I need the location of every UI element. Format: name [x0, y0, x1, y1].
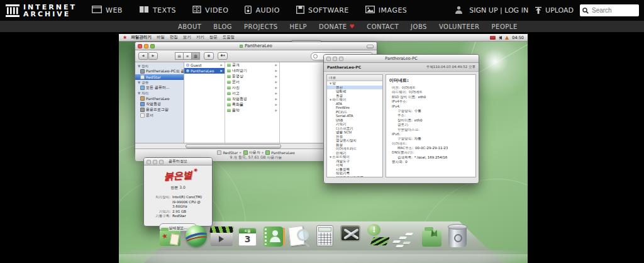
dock-icon-trash[interactable]	[447, 224, 469, 248]
toolbar-toggle-button[interactable]	[367, 45, 374, 48]
breadcrumb-label: RedStar	[223, 150, 238, 155]
column2-item[interactable]: 서고▶	[225, 91, 279, 96]
column2-item[interactable]: 사진▶	[225, 85, 279, 91]
input-language-icon[interactable]	[490, 36, 496, 40]
nav-item-web[interactable]: WEB	[92, 6, 123, 15]
dock-icon-calendar[interactable]: 4월3	[236, 224, 259, 248]
close-button[interactable]	[326, 57, 331, 61]
update-arrow-icon[interactable]	[505, 36, 509, 40]
minimize-button[interactable]	[144, 44, 148, 48]
subnav-link-jobs[interactable]: JOBS	[411, 23, 427, 30]
forward-button[interactable]: ▶	[148, 52, 158, 60]
zoom-button[interactable]	[150, 44, 155, 48]
dock-icon-utility-box[interactable]	[421, 224, 443, 248]
column2-item[interactable]: 록화물▶	[225, 102, 279, 108]
redstar-menu-icon[interactable]: ★	[123, 35, 127, 40]
detail-row: 장비이름:eth0	[389, 118, 472, 123]
view-mode-icons[interactable]: ▤	[175, 52, 184, 60]
menubar-clock[interactable]: 04:50	[512, 35, 524, 40]
dock-icon-web-browser[interactable]	[185, 224, 208, 248]
dock-reflection	[119, 254, 528, 263]
system-info-titlebar[interactable]: PantheraLeo-PC	[324, 55, 479, 63]
dock-icon-notifier[interactable]	[365, 224, 388, 248]
minimize-button[interactable]	[153, 160, 157, 164]
dock-icon-document-viewer[interactable]	[288, 224, 311, 248]
menu-2[interactable]: 편집	[170, 35, 178, 40]
column2-item[interactable]: 음악▶	[225, 108, 279, 113]
column1-item[interactable]: Guest▶	[184, 62, 225, 68]
column2-item[interactable]: 동영상▶	[225, 74, 279, 79]
subnav-link-volunteer[interactable]: VOLUNTEER	[439, 23, 480, 30]
close-button[interactable]	[147, 160, 151, 164]
search-input[interactable]	[591, 6, 631, 14]
nav-item-label: IMAGES	[379, 6, 408, 14]
view-mode-columns[interactable]: ▥	[191, 52, 200, 60]
signup-login-link[interactable]: SIGN UP | LOG IN	[469, 6, 528, 14]
nav-item-audio[interactable]: AUDIO	[245, 6, 279, 16]
zoom-button[interactable]	[339, 57, 343, 61]
column1-item[interactable]: PantheraLeo▶	[184, 68, 225, 74]
dock-icon-calculator[interactable]	[314, 224, 336, 248]
zoom-button[interactable]	[159, 160, 164, 164]
detail-row: MAC주소:00-0C-29-29-11-23	[389, 146, 472, 150]
spec-label: 기억기:	[144, 210, 172, 215]
dock-icon-media-player[interactable]	[211, 224, 233, 248]
upload-link[interactable]: UPLOAD	[535, 6, 574, 14]
menu-5[interactable]: 창문	[209, 35, 218, 40]
menu-0[interactable]: 파일관리기	[131, 35, 152, 40]
subnav-link-donate[interactable]: DONATE♥	[319, 23, 355, 30]
breadcrumb-item[interactable]: PantheraLeo	[265, 150, 294, 155]
dock-icon-file-manager[interactable]: ★	[159, 224, 182, 248]
os-version-label: 판본 3.0	[144, 185, 212, 191]
dock-icon-address-book[interactable]	[262, 224, 285, 248]
action-menu-button[interactable]: ✱▾	[218, 52, 228, 60]
volume-icon[interactable]	[499, 36, 502, 40]
file-manager-titlebar[interactable]: PantheraLeo	[135, 42, 377, 50]
column2-item[interactable]: 문서▶	[225, 79, 279, 85]
nav-item-label: AUDIO	[255, 6, 279, 14]
internet-archive-logo[interactable]: INTERNET ARCHIVE	[5, 4, 77, 18]
sidebar-item[interactable]: 모든 콤퓨터...	[135, 85, 184, 91]
search-box[interactable]	[580, 4, 639, 16]
minimize-button[interactable]	[333, 57, 337, 61]
column2-item[interactable]: 작업환경▶	[225, 96, 279, 102]
subnav-link-people[interactable]: PEOPLE	[492, 23, 518, 30]
sidebar-item[interactable]: RedStar	[135, 74, 184, 80]
subnav-link-projects[interactable]: PROJECTS	[244, 23, 278, 30]
view-mode-list[interactable]: ≡	[183, 52, 192, 60]
nav-item-video[interactable]: VIDEO	[192, 6, 228, 15]
tree-item[interactable]: 체계환경설정항목	[327, 176, 382, 178]
menu-4[interactable]: 가기	[196, 35, 204, 40]
back-button[interactable]: ◀	[138, 52, 148, 60]
subnav-link-blog[interactable]: BLOG	[213, 23, 232, 30]
nav-item-images[interactable]: IMAGES	[365, 6, 408, 15]
dock-icon-system-tools[interactable]	[340, 224, 362, 248]
disclosure-arrow-icon: ▶	[275, 103, 277, 106]
nav-item-texts[interactable]: TEXTS	[139, 6, 176, 15]
menu-1[interactable]: 파일	[157, 35, 165, 40]
quicklook-button[interactable]: ◉	[204, 52, 214, 60]
sidebar-item[interactable]: 작업환경	[135, 101, 184, 107]
sidebar-item[interactable]: PantheraLeo	[135, 96, 184, 101]
detail-row: 구성방식:자동	[389, 137, 472, 141]
tree-header[interactable]: 내용	[327, 75, 382, 81]
column2-item[interactable]: 공개▶	[225, 62, 279, 68]
sidebar-item[interactable]: PantheraLeo-PC의 콤퓨터	[135, 69, 184, 74]
about-titlebar[interactable]: 콤퓨터정보	[144, 158, 212, 165]
item-label: 사진	[232, 85, 240, 91]
close-button[interactable]	[138, 44, 142, 48]
subnav-link-contact[interactable]: CONTACT	[367, 23, 399, 30]
archive-header: INTERNET ARCHIVE WEBTEXTSVIDEOAUDIOSOFTW…	[0, 0, 644, 21]
subnav-link-help[interactable]: HELP	[290, 23, 307, 30]
sidebar-item[interactable]: 응용프로그람	[135, 107, 184, 113]
menu-3[interactable]: 보기	[183, 35, 191, 40]
scrollbar-thumb[interactable]	[186, 144, 281, 148]
breadcrumb-item[interactable]: RedStar	[217, 150, 238, 155]
detail-row: BSD 장비 이름:eth0	[389, 95, 472, 99]
menu-6[interactable]: 도움말	[223, 35, 235, 40]
subnav-link-about[interactable]: ABOUT	[178, 23, 201, 30]
sidebar-item[interactable]: 문서	[135, 113, 184, 118]
nav-item-software[interactable]: SOFTWARE	[296, 6, 349, 16]
column2-item[interactable]: 내려받기▶	[225, 68, 279, 74]
redstar-desktop-screenshot[interactable]: ★ 파일관리기파일편집보기가기창문도움말 04:50 ▪A▦⌄✔▣ Panthe…	[119, 34, 528, 263]
